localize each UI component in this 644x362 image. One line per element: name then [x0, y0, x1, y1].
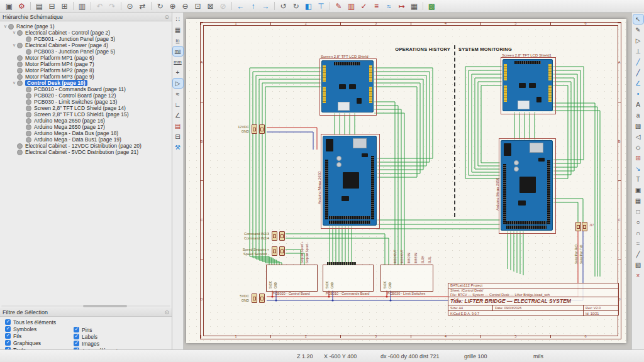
net-label-setpoint-minus[interactable]: Speed Setpoint - [206, 252, 269, 256]
nav-forward-button[interactable]: → [260, 1, 272, 11]
schematic-setup-button[interactable]: ⚙ [16, 1, 28, 11]
bom-button[interactable]: ≡ [370, 1, 382, 11]
net-class-directive-tool[interactable]: a [633, 111, 643, 120]
hierarchical-sheet-tool[interactable]: ⊞ [633, 153, 643, 163]
net-label-setpoint-plus[interactable]: Speed Setpoint + [206, 248, 269, 251]
properties-panel-tool[interactable]: ⚒ [173, 143, 183, 152]
tree-item[interactable]: Motor Platform MP1 (page 6) [0, 55, 172, 61]
units-mm-tool[interactable]: mm [173, 57, 183, 67]
connector-setpoint[interactable] [279, 246, 285, 256]
hierarchy-navigator-tool[interactable]: ⊟ [173, 132, 183, 141]
net-label-serial-txd[interactable]: Serial Port TxD [580, 245, 583, 264]
nav-back-button[interactable]: ← [235, 1, 247, 11]
filter-checkbox[interactable]: Tous les éléments [5, 319, 56, 325]
select-tool[interactable]: ↖ [633, 14, 643, 24]
annotate-auto-tool[interactable]: ▤ [173, 121, 183, 131]
connector-command[interactable] [279, 231, 285, 241]
save-button[interactable]: ▣ [3, 1, 15, 11]
tree-item[interactable]: PCB030 - Limit Switches (page 13) [0, 99, 172, 105]
net-label-12vdc[interactable]: 12VDC [186, 125, 249, 129]
hierarchical-label-tool[interactable]: ◇ [633, 143, 643, 152]
delete-tool[interactable]: × [633, 271, 643, 280]
global-label-tool[interactable]: ◁ [633, 132, 643, 141]
place-power-port-tool[interactable]: ⊥ [633, 47, 643, 56]
net-label-command-1[interactable]: Command IN2/3 [206, 232, 269, 236]
toolbar-button[interactable] [274, 2, 275, 10]
tree-item[interactable]: Screen 2,8" TFT LCD Shield1 (page 15) [0, 111, 172, 118]
filter-checkbox[interactable]: Images [74, 341, 120, 346]
tree-expander-icon[interactable] [11, 30, 17, 35]
tree-item[interactable]: Motor Platform MP3 (page 9) [0, 74, 172, 80]
lcd-shield-right[interactable] [501, 57, 556, 114]
refresh-view-button[interactable]: ↻ [154, 1, 166, 11]
assign-footprints-button[interactable]: ↦ [396, 1, 408, 11]
connector-5vdc[interactable] [259, 293, 265, 303]
simulator-button[interactable]: ≈ [383, 1, 395, 11]
circle-tool[interactable]: ○ [633, 217, 643, 227]
filter-checkbox[interactable]: Graphiques [5, 340, 56, 346]
filter-checkbox[interactable]: Symboles [5, 326, 56, 332]
edit-table-button[interactable]: ▦ [408, 1, 420, 11]
mirror-h-button[interactable]: ◧ [303, 1, 314, 11]
open-pcb-editor-button[interactable]: ▩ [426, 1, 438, 11]
new-sheet-button[interactable]: ▤ [33, 1, 45, 11]
net-label-5vdc[interactable]: 5VDC [186, 294, 249, 298]
tree-item[interactable]: Screen 2,8" TFT LCD Shield (page 14) [0, 105, 172, 111]
wire-free-angle-tool[interactable]: ≈ [173, 89, 183, 99]
tree-item[interactable]: Arduino Mega - Data Bus1 (page 19) [0, 136, 172, 143]
import-sheet-pin-tool[interactable]: ↘ [633, 164, 643, 173]
tree-item[interactable]: Motor Platform MP4 (page 7) [0, 61, 172, 67]
toolbar-button[interactable] [330, 2, 330, 10]
net-label-command-2[interactable]: Command IN2/4 [206, 236, 269, 240]
units-inches-tool[interactable]: in [173, 36, 183, 45]
print-button[interactable]: ⊟ [46, 1, 58, 11]
grid-override-tool[interactable]: ▦ [173, 25, 183, 35]
connector-12vdc[interactable] [252, 124, 257, 134]
tree-item[interactable]: PCB003 - Junction Panel (page 5) [0, 48, 172, 55]
place-symbol-tool[interactable]: ▷ [633, 36, 643, 45]
net-label-serial-rxd[interactable]: Serial Port RxD [575, 244, 578, 264]
tree-item[interactable]: Arduino Mega - Data Bus (page 18) [0, 130, 172, 136]
redo-button[interactable]: ↷ [106, 1, 118, 11]
toolbar-button[interactable] [121, 2, 121, 10]
undo-button[interactable]: ↶ [94, 1, 106, 11]
wire-hv-tool[interactable]: ∟ [173, 100, 183, 109]
zoom-selection-button[interactable]: ⊘ [217, 1, 229, 11]
connector-12vdc[interactable] [259, 124, 265, 134]
filter-checkbox[interactable]: Pins [74, 327, 120, 332]
connector-command[interactable] [272, 231, 277, 241]
draw-wire-tool[interactable]: ╱ [633, 57, 643, 67]
arduino-mega-left[interactable] [321, 134, 380, 229]
net-label-gnd2[interactable]: GND [186, 299, 249, 302]
erc-button[interactable]: ✓ [358, 1, 370, 11]
junction-tool[interactable]: • [633, 89, 643, 99]
arduino-mega-right[interactable] [499, 138, 556, 234]
net-label-gnd[interactable]: GND [186, 129, 249, 133]
tree-item[interactable]: Arduino Mega 2650 (page 16) [0, 118, 172, 124]
find-replace-button[interactable]: ⇄ [136, 1, 148, 11]
text-box-tool[interactable]: ▣ [633, 185, 643, 195]
tree-item[interactable]: Control Desk (page 10) [0, 80, 172, 86]
toolbar-button[interactable] [73, 2, 74, 10]
tree-expander-icon[interactable] [11, 80, 17, 85]
rotate-ccw-button[interactable]: ↺ [277, 1, 289, 11]
rotate-cw-button[interactable]: ↻ [290, 1, 302, 11]
title-block[interactable]: BATLab112 Project Sheet: /Control Desk/ … [448, 283, 619, 315]
filter-checkbox[interactable]: Fils [5, 333, 56, 339]
tree-item[interactable]: PCB001 - Junction Panel (page 3) [0, 36, 172, 42]
tree-item[interactable]: Motor Platform MP2 (page 8) [0, 67, 172, 74]
cursor-shape-tool[interactable]: + [173, 68, 183, 77]
tree-item[interactable]: Arduino Mega 2650 (page 17) [0, 124, 172, 130]
annotate-button[interactable]: ✎ [333, 1, 345, 11]
table-tool[interactable]: ▦ [633, 196, 643, 206]
tree-item[interactable]: Racine (page 1) [0, 23, 172, 30]
filter-checkbox[interactable]: Labels [74, 334, 120, 339]
grid-dots-tool[interactable]: ∷ [173, 14, 183, 24]
connector-serial[interactable] [575, 222, 581, 231]
wire-45-tool[interactable]: ∠ [173, 111, 183, 120]
net-label-tool[interactable]: A [633, 100, 643, 109]
image-tool[interactable]: ▧ [633, 260, 643, 270]
bus-entry-tool[interactable]: ∠ [633, 79, 643, 88]
rule-area-tool[interactable]: ▨ [633, 121, 643, 131]
highlight-net-tool[interactable]: ✎ [633, 25, 643, 35]
